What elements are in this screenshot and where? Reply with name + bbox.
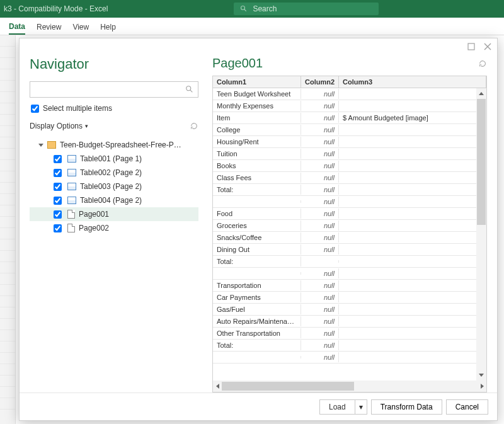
table-row[interactable]: Total:null — [213, 184, 486, 196]
cell — [339, 93, 486, 95]
scroll-up-icon[interactable] — [479, 92, 484, 95]
tree-item[interactable]: Table004 (Page 2) — [30, 193, 198, 207]
tree-item[interactable]: Page002 — [30, 221, 198, 235]
svg-point-0 — [241, 6, 245, 10]
cell: Groceries — [213, 221, 301, 231]
cell: Tuition — [213, 149, 301, 159]
tree-item-label: Table003 (Page 2) — [80, 182, 142, 191]
table-row[interactable]: Booksnull — [213, 160, 486, 172]
table-icon — [67, 169, 76, 176]
display-options[interactable]: Display Options ▾ — [30, 122, 88, 130]
ribbon-search[interactable]: Search — [234, 3, 379, 15]
column-header[interactable]: Column3 — [339, 76, 486, 88]
search-icon — [185, 85, 194, 94]
tree-item-checkbox[interactable] — [54, 210, 62, 219]
cell: null — [301, 161, 339, 171]
tree-item-checkbox[interactable] — [54, 169, 62, 177]
scroll-down-icon[interactable] — [479, 374, 484, 377]
navigator-search[interactable] — [30, 81, 198, 98]
refresh-icon[interactable] — [190, 122, 198, 130]
table-row[interactable]: Gas/Fuelnull — [213, 304, 486, 316]
cell — [339, 129, 486, 131]
select-multiple-checkbox[interactable]: Select multiple items — [31, 104, 198, 113]
table-row[interactable]: Groceriesnull — [213, 220, 486, 232]
tree-item[interactable]: Table003 (Page 2) — [30, 180, 198, 193]
tree-item-label: Table002 (Page 2) — [80, 168, 142, 177]
table-row[interactable]: Transportationnull — [213, 280, 486, 292]
cell — [339, 272, 486, 275]
table-row[interactable]: Class Feesnull — [213, 172, 486, 184]
column-header[interactable]: Column1 — [213, 76, 301, 88]
scroll-thumb[interactable] — [222, 382, 354, 391]
load-dropdown[interactable]: ▾ — [355, 400, 367, 414]
column-header[interactable]: Column2 — [301, 76, 339, 88]
cell: Dining Out — [213, 244, 301, 255]
tree-item[interactable]: Page001 — [30, 207, 198, 221]
preview-title: Page001 — [212, 56, 263, 71]
table-row[interactable]: Dining Outnull — [213, 244, 486, 256]
tree-item[interactable]: Table002 (Page 2) — [30, 166, 198, 180]
cell: Total: — [213, 185, 301, 195]
table-row[interactable]: Auto Repairs/Maintenancenull — [213, 316, 486, 328]
cell: Class Fees — [213, 173, 301, 183]
table-row[interactable]: Total: — [213, 256, 486, 268]
load-button-label[interactable]: Load — [320, 400, 355, 414]
tab-view[interactable]: View — [72, 23, 89, 34]
table-row[interactable]: Foodnull — [213, 208, 486, 220]
cell — [213, 200, 301, 203]
table-row[interactable]: null — [213, 352, 486, 364]
table-row[interactable]: Collegenull — [213, 124, 486, 136]
chevron-down-icon — [38, 144, 43, 147]
table-row[interactable]: Car Paymentsnull — [213, 292, 486, 304]
tree-item-checkbox[interactable] — [54, 183, 62, 191]
table-row[interactable]: Total:null — [213, 340, 486, 352]
cell: Total: — [213, 256, 301, 266]
table-row[interactable]: null — [213, 268, 486, 280]
tab-data[interactable]: Data — [9, 22, 25, 35]
table-row[interactable]: null — [213, 196, 486, 208]
scroll-left-icon[interactable] — [216, 384, 219, 389]
cancel-button[interactable]: Cancel — [446, 399, 488, 415]
transform-data-button[interactable]: Transform Data — [371, 399, 442, 415]
svg-rect-2 — [468, 43, 474, 50]
select-multiple-input[interactable] — [31, 105, 39, 113]
scroll-right-icon[interactable] — [481, 384, 484, 389]
tab-review[interactable]: Review — [37, 23, 61, 34]
page-icon — [67, 210, 75, 219]
tab-help[interactable]: Help — [100, 23, 116, 34]
table-icon — [67, 197, 76, 204]
cell: null — [301, 89, 339, 99]
cell: Snacks/Coffee — [213, 232, 301, 243]
preview-refresh-icon[interactable] — [478, 59, 487, 68]
table-row[interactable]: Snacks/Coffeenull — [213, 232, 486, 244]
cell: null — [301, 280, 339, 290]
table-row[interactable]: Housing/Rentnull — [213, 136, 486, 148]
tree-source-node[interactable]: Teen-Budget-Spreadsheet-Free-PDF-Templat… — [30, 138, 198, 152]
vertical-scrollbar[interactable] — [476, 88, 486, 381]
cell: Gas/Fuel — [213, 304, 301, 314]
navigator-pane: Navigator Select multiple items Display … — [30, 55, 206, 392]
tree-item-checkbox[interactable] — [54, 155, 62, 163]
close-icon[interactable] — [483, 42, 492, 51]
tree-item-label: Table004 (Page 2) — [80, 196, 142, 205]
maximize-icon[interactable] — [467, 42, 476, 51]
tree-item[interactable]: Table001 (Page 1) — [30, 152, 198, 166]
table-row[interactable]: Tuitionnull — [213, 148, 486, 160]
table-row[interactable]: Monthly Expensesnull — [213, 100, 486, 112]
tree-item-checkbox[interactable] — [54, 197, 62, 205]
select-multiple-label: Select multiple items — [43, 104, 112, 113]
table-row[interactable]: Teen Budget Worksheetnull — [213, 88, 486, 100]
source-label: Teen-Budget-Spreadsheet-Free-PDF-Templat… — [60, 140, 186, 149]
tree-item-checkbox[interactable] — [54, 224, 62, 232]
cell: null — [301, 173, 339, 183]
cell: null — [301, 352, 339, 362]
cell — [339, 200, 486, 203]
table-row[interactable]: Itemnull$ Amount Budgeted [image] — [213, 112, 486, 124]
cell — [339, 164, 486, 167]
table-row[interactable]: Other Transportationnull — [213, 328, 486, 340]
scroll-thumb[interactable] — [477, 99, 486, 225]
horizontal-scrollbar[interactable] — [213, 381, 486, 392]
load-button[interactable]: Load ▾ — [319, 399, 367, 415]
search-icon — [240, 5, 248, 13]
cell: null — [301, 149, 339, 159]
